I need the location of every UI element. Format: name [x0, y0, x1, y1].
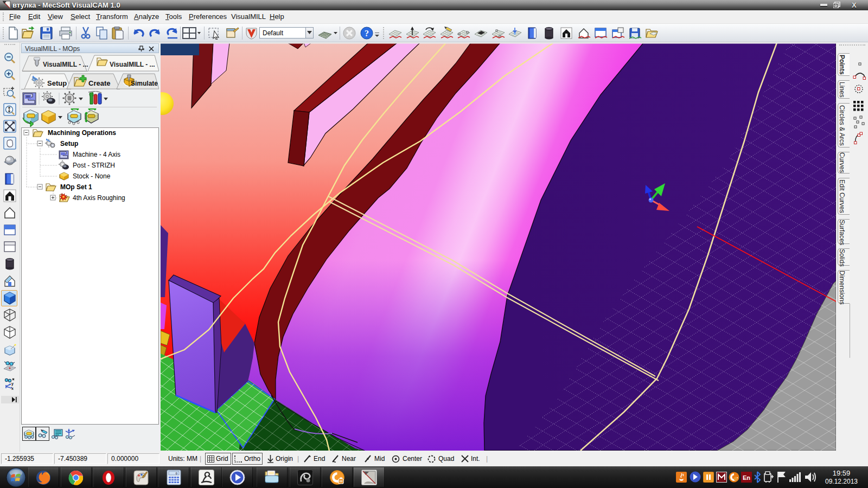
svg-text:Simulate: Simulate [131, 80, 158, 87]
svg-text:En: En [743, 474, 750, 481]
svg-text:?: ? [365, 29, 369, 38]
svg-text:VisualMILL - ...: VisualMILL - ... [43, 61, 88, 68]
svg-text:Stock - None: Stock - None [73, 172, 111, 180]
svg-text:4th Axis Roughing: 4th Axis Roughing [73, 194, 125, 202]
svg-text:MOp Set 1: MOp Set 1 [60, 183, 92, 191]
svg-text:x: x [11, 387, 14, 390]
svg-text:y: y [11, 382, 14, 386]
svg-text:Setup: Setup [60, 140, 78, 147]
svg-text:Create: Create [88, 79, 110, 87]
svg-text:0: 0 [175, 472, 177, 476]
svg-text:Setup: Setup [47, 79, 67, 87]
svg-text:Machine - 4 Axis: Machine - 4 Axis [73, 151, 120, 158]
svg-text:Machining Operations: Machining Operations [48, 129, 116, 137]
svg-text:Post - STRIZH: Post - STRIZH [73, 162, 115, 169]
svg-text:VisualMILL - ...: VisualMILL - ... [110, 61, 155, 68]
